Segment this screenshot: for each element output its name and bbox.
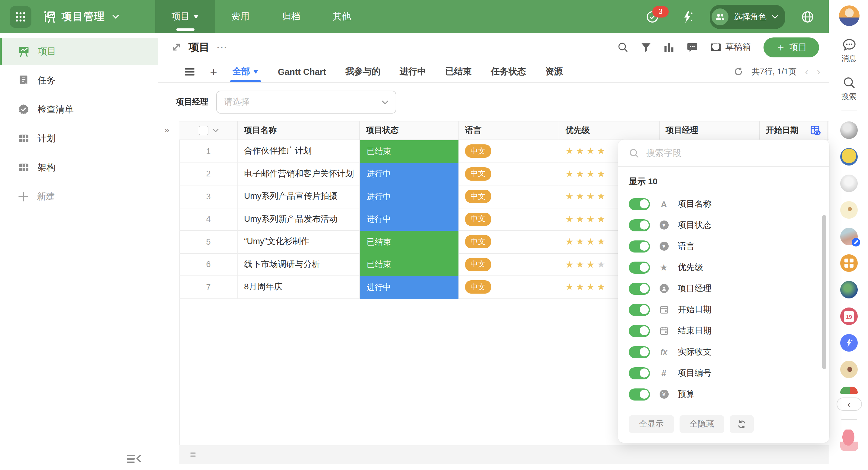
quick-actions-zap-icon[interactable] bbox=[682, 10, 694, 23]
expand-rows-icon[interactable]: » bbox=[164, 124, 169, 135]
flamingo-sticker[interactable] bbox=[840, 430, 858, 451]
refresh-icon[interactable] bbox=[734, 67, 743, 76]
field-toggle-on[interactable] bbox=[629, 325, 650, 337]
language-cell[interactable]: 中文 bbox=[459, 276, 559, 299]
avatar-orange-grid[interactable] bbox=[840, 254, 858, 272]
project-status-cell[interactable]: 进行中 bbox=[360, 163, 459, 185]
view-tab-资源[interactable]: 资源 bbox=[546, 61, 563, 82]
sidebar-item-检查清单[interactable]: 检查清单 bbox=[0, 96, 158, 123]
avatar-witch-broom[interactable] bbox=[840, 361, 858, 378]
show-all-button[interactable]: 全显示 bbox=[629, 415, 674, 433]
language-cell[interactable]: 中文 bbox=[459, 140, 559, 163]
field-toggle-on[interactable] bbox=[629, 346, 650, 358]
field-search-input[interactable] bbox=[645, 148, 818, 158]
avatar-person-sketch[interactable] bbox=[840, 175, 858, 192]
project-name-cell[interactable]: 电子邮件营销和客户关怀计划 bbox=[238, 163, 360, 185]
field-toggle-on[interactable] bbox=[629, 219, 650, 231]
avatar-partially-hidden[interactable] bbox=[840, 387, 858, 394]
view-tab-已结束[interactable]: 已结束 bbox=[445, 61, 472, 82]
todo-check-icon[interactable]: 3 bbox=[646, 10, 659, 23]
language-cell[interactable]: 中文 bbox=[459, 163, 559, 185]
project-status-cell[interactable]: 进行中 bbox=[360, 276, 459, 299]
rail-collapse-button[interactable]: ‹ bbox=[836, 398, 862, 411]
project-name-cell[interactable]: 线下市场调研与分析 bbox=[238, 253, 360, 276]
row-number-cell[interactable]: 3 bbox=[179, 185, 238, 208]
project-status-cell[interactable]: 已结束 bbox=[360, 140, 459, 163]
project-status-cell[interactable]: 已结束 bbox=[360, 253, 459, 276]
prev-page-icon[interactable]: ‹ bbox=[805, 66, 808, 77]
app-logo[interactable]: 项目管理 bbox=[42, 9, 119, 24]
current-user-avatar[interactable] bbox=[839, 5, 859, 26]
row-number-cell[interactable]: 5 bbox=[179, 231, 238, 253]
topnav-tab-费用[interactable]: 费用 bbox=[215, 0, 266, 33]
rail-messages[interactable]: 消息 bbox=[841, 38, 857, 64]
view-tab-任务状态[interactable]: 任务状态 bbox=[491, 61, 526, 82]
header-cell-语言[interactable]: 语言 bbox=[459, 121, 559, 139]
avatar-calendar-19[interactable]: 19 bbox=[840, 308, 858, 325]
sidebar-item-项目[interactable]: 项目 bbox=[0, 38, 158, 65]
language-cell[interactable]: 中文 bbox=[459, 208, 559, 231]
footer-rows-icon[interactable] bbox=[190, 452, 196, 457]
sidebar-item-计划[interactable]: 计划 bbox=[0, 125, 158, 152]
globe-language-icon[interactable] bbox=[801, 10, 814, 23]
add-view-icon[interactable]: ＋ bbox=[208, 64, 219, 80]
field-toggle-on[interactable] bbox=[629, 261, 650, 273]
avatar-apple[interactable] bbox=[840, 121, 858, 139]
draftbox-button[interactable]: 草稿箱 bbox=[710, 42, 751, 53]
rail-search[interactable]: 搜索 bbox=[841, 76, 857, 102]
field-toggle-on[interactable] bbox=[629, 240, 650, 252]
view-tab-全部[interactable]: 全部 bbox=[232, 61, 258, 82]
header-cell-项目经理[interactable]: 项目经理 bbox=[660, 121, 760, 139]
hidden-fields-icon[interactable] bbox=[810, 125, 821, 136]
header-cell-项目名称[interactable]: 项目名称 bbox=[238, 121, 360, 139]
avatar-girl-photo[interactable] bbox=[840, 228, 858, 245]
avatar-blue-zap[interactable] bbox=[840, 334, 858, 352]
avatar-earth[interactable] bbox=[840, 281, 858, 299]
view-tab-Gantt Chart[interactable]: Gantt Chart bbox=[278, 61, 326, 82]
language-cell[interactable]: 中文 bbox=[459, 231, 559, 253]
row-number-cell[interactable]: 2 bbox=[179, 163, 238, 185]
topnav-tab-归档[interactable]: 归档 bbox=[266, 0, 316, 33]
view-tab-我参与的[interactable]: 我参与的 bbox=[345, 61, 380, 82]
row-number-cell[interactable]: 4 bbox=[179, 208, 238, 231]
hide-all-button[interactable]: 全隐藏 bbox=[679, 415, 724, 433]
select-all-checkbox[interactable] bbox=[198, 126, 208, 135]
project-name-cell[interactable]: 合作伙伴推广计划 bbox=[238, 140, 360, 163]
project-name-cell[interactable]: Umy系列新产品发布活动 bbox=[238, 208, 360, 231]
project-status-cell[interactable]: 进行中 bbox=[360, 208, 459, 231]
field-toggle-on[interactable] bbox=[629, 388, 650, 400]
topnav-tab-项目[interactable]: 项目 bbox=[155, 0, 215, 33]
language-cell[interactable]: 中文 bbox=[459, 253, 559, 276]
manager-filter-select[interactable]: 请选择 bbox=[216, 91, 396, 114]
topnav-tab-其他[interactable]: 其他 bbox=[316, 0, 367, 33]
field-toggle-on[interactable] bbox=[629, 367, 650, 379]
sidebar-item-架构[interactable]: 架构 bbox=[0, 154, 158, 181]
project-status-cell[interactable]: 进行中 bbox=[360, 185, 459, 208]
expand-diagonal-icon[interactable] bbox=[172, 42, 181, 52]
language-cell[interactable]: 中文 bbox=[459, 185, 559, 208]
app-grid-button[interactable] bbox=[10, 6, 31, 28]
popup-scrollbar[interactable] bbox=[822, 215, 826, 369]
row-number-cell[interactable]: 1 bbox=[179, 140, 238, 163]
filter-funnel-icon[interactable] bbox=[641, 42, 651, 52]
sidebar-item-任务[interactable]: 任务 bbox=[0, 67, 158, 94]
role-selector[interactable]: 选择角色 bbox=[710, 4, 785, 29]
reset-order-button[interactable] bbox=[730, 415, 754, 433]
avatar-pudding-doodle[interactable] bbox=[840, 201, 858, 219]
project-name-cell[interactable]: 8月周年庆 bbox=[238, 276, 360, 299]
project-name-cell[interactable]: Umy系列产品宣传片拍摄 bbox=[238, 185, 360, 208]
header-caret-icon[interactable] bbox=[212, 129, 218, 132]
avatar-vault-boy[interactable] bbox=[840, 148, 858, 165]
comment-icon[interactable] bbox=[687, 42, 698, 53]
field-toggle-on[interactable] bbox=[629, 198, 650, 210]
notification-badge[interactable]: 3 bbox=[652, 6, 669, 17]
new-project-button[interactable]: ＋ 项目 bbox=[764, 37, 819, 57]
chart-icon[interactable] bbox=[664, 42, 674, 52]
view-list-icon[interactable] bbox=[185, 67, 194, 76]
search-icon[interactable] bbox=[617, 42, 628, 53]
next-page-icon[interactable]: › bbox=[817, 66, 820, 77]
header-cell-开始日期[interactable]: 开始日期 bbox=[760, 121, 828, 139]
field-toggle-on[interactable] bbox=[629, 282, 650, 294]
project-status-cell[interactable]: 已结束 bbox=[360, 231, 459, 253]
sidebar-collapse-button[interactable] bbox=[127, 455, 141, 463]
